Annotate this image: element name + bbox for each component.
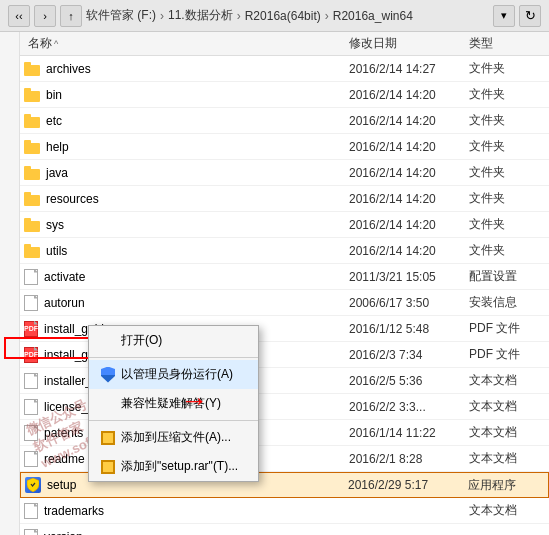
file-name: patents [44, 426, 83, 440]
file-name-cell: archives [24, 62, 345, 76]
context-menu-item[interactable]: 添加到压缩文件(A)... [89, 423, 258, 452]
context-menu-separator [89, 357, 258, 358]
file-name-cell: activate [24, 269, 345, 285]
file-date: 2016/2/5 5:36 [345, 374, 465, 388]
context-menu-separator [89, 420, 258, 421]
nav-up-button[interactable]: ↑ [60, 5, 82, 27]
nav-back-button[interactable]: ‹‹ [8, 5, 30, 27]
table-row[interactable]: resources2016/2/14 14:20文件夹 [20, 186, 549, 212]
file-type: 文件夹 [465, 138, 545, 155]
file-name-cell: resources [24, 192, 345, 206]
context-menu-item-label: 添加到压缩文件(A)... [121, 429, 231, 446]
file-date: 2016/2/14 14:27 [345, 62, 465, 76]
context-menu-item[interactable]: 兼容性疑难解答(Y) [89, 389, 258, 418]
file-type: 安装信息 [465, 294, 545, 311]
file-type: 配置设置 [465, 268, 545, 285]
date-column-header[interactable]: 修改日期 [345, 35, 465, 52]
context-menu-item-label: 添加到"setup.rar"(T)... [121, 458, 238, 475]
file-name-cell: autorun [24, 295, 345, 311]
navigation-sidebar [0, 32, 20, 535]
file-type: 文件夹 [465, 164, 545, 181]
breadcrumb-software-manager[interactable]: 软件管家 (F:) [86, 7, 156, 24]
address-dropdown-button[interactable]: ▾ [493, 5, 515, 27]
file-name-cell: etc [24, 114, 345, 128]
context-menu-item-label: 以管理员身份运行(A) [121, 366, 233, 383]
breadcrumb-nav: ‹‹ › ↑ 软件管家 (F:) › 11.数据分析 › R2016a(64bi… [8, 5, 541, 27]
file-name-cell: bin [24, 88, 345, 102]
file-name-cell: trademarks [24, 503, 345, 519]
document-icon [24, 529, 38, 536]
file-name: setup [47, 478, 76, 492]
refresh-button[interactable]: ↻ [519, 5, 541, 27]
file-date: 2016/2/14 14:20 [345, 140, 465, 154]
file-date: 2016/2/14 14:20 [345, 218, 465, 232]
file-type: 文件夹 [465, 216, 545, 233]
folder-icon [24, 88, 40, 102]
name-column-header[interactable]: 名称 ^ [24, 35, 345, 52]
document-icon [24, 269, 38, 285]
file-date: 2016/2/3 7:34 [345, 348, 465, 362]
compress-icon [101, 460, 115, 474]
file-date: 2016/2/14 14:20 [345, 114, 465, 128]
file-type: 文本文档 [465, 450, 545, 467]
file-name: sys [46, 218, 64, 232]
table-row[interactable]: archives2016/2/14 14:27文件夹 [20, 56, 549, 82]
table-row[interactable]: autorun2006/6/17 3:50安装信息 [20, 290, 549, 316]
context-menu-item[interactable]: 添加到"setup.rar"(T)... [89, 452, 258, 481]
table-row[interactable]: java2016/2/14 14:20文件夹 [20, 160, 549, 186]
file-type: 文本文档 [465, 398, 545, 415]
table-row[interactable]: version [20, 524, 549, 535]
folder-icon [24, 218, 40, 232]
file-name: activate [44, 270, 85, 284]
file-name-cell: sys [24, 218, 345, 232]
breadcrumb: 软件管家 (F:) › 11.数据分析 › R2016a(64bit) › R2… [86, 7, 413, 24]
breadcrumb-r2016a[interactable]: R2016a(64bit) [245, 9, 321, 23]
context-menu-item[interactable]: 打开(O) [89, 326, 258, 355]
context-menu: 打开(O)以管理员身份运行(A)兼容性疑难解答(Y)添加到压缩文件(A)...添… [88, 325, 259, 482]
file-date: 2011/3/21 15:05 [345, 270, 465, 284]
setup-exe-icon [25, 477, 41, 493]
compress-icon [101, 431, 115, 445]
context-menu-item[interactable]: 以管理员身份运行(A) [89, 360, 258, 389]
title-bar: ‹‹ › ↑ 软件管家 (F:) › 11.数据分析 › R2016a(64bi… [0, 0, 549, 32]
folder-icon [24, 166, 40, 180]
file-type: 文件夹 [465, 86, 545, 103]
type-column-header[interactable]: 类型 [465, 35, 545, 52]
file-type: PDF 文件 [465, 320, 545, 337]
file-name: version [44, 530, 83, 536]
file-date: 2016/2/1 8:28 [345, 452, 465, 466]
file-date: 2016/2/14 14:20 [345, 166, 465, 180]
folder-icon [24, 62, 40, 76]
document-icon [24, 451, 38, 467]
folder-icon [24, 114, 40, 128]
pdf-icon: PDF [24, 347, 38, 363]
nav-forward-button[interactable]: › [34, 5, 56, 27]
file-name-cell: utils [24, 244, 345, 258]
table-row[interactable]: help2016/2/14 14:20文件夹 [20, 134, 549, 160]
file-name: bin [46, 88, 62, 102]
file-name: help [46, 140, 69, 154]
file-type: PDF 文件 [465, 346, 545, 363]
file-date: 2016/2/2 3:3... [345, 400, 465, 414]
file-type: 文本文档 [465, 372, 545, 389]
breadcrumb-r2016a-win64[interactable]: R2016a_win64 [333, 9, 413, 23]
table-row[interactable]: activate2011/3/21 15:05配置设置 [20, 264, 549, 290]
file-date: 2016/2/14 14:20 [345, 192, 465, 206]
pdf-icon: PDF [24, 321, 38, 337]
file-date: 2016/1/14 11:22 [345, 426, 465, 440]
table-row[interactable]: bin2016/2/14 14:20文件夹 [20, 82, 549, 108]
table-row[interactable]: trademarks文本文档 [20, 498, 549, 524]
table-row[interactable]: etc2016/2/14 14:20文件夹 [20, 108, 549, 134]
file-name: java [46, 166, 68, 180]
folder-icon [24, 140, 40, 154]
file-type: 文件夹 [465, 242, 545, 259]
shield-icon [101, 367, 115, 383]
breadcrumb-data-analysis[interactable]: 11.数据分析 [168, 7, 233, 24]
table-row[interactable]: sys2016/2/14 14:20文件夹 [20, 212, 549, 238]
column-header: 名称 ^ 修改日期 类型 [20, 32, 549, 56]
file-name-cell: version [24, 529, 345, 536]
table-row[interactable]: utils2016/2/14 14:20文件夹 [20, 238, 549, 264]
document-icon [24, 373, 38, 389]
file-date: 2016/2/29 5:17 [344, 478, 464, 492]
context-menu-item-label: 兼容性疑难解答(Y) [121, 395, 221, 412]
